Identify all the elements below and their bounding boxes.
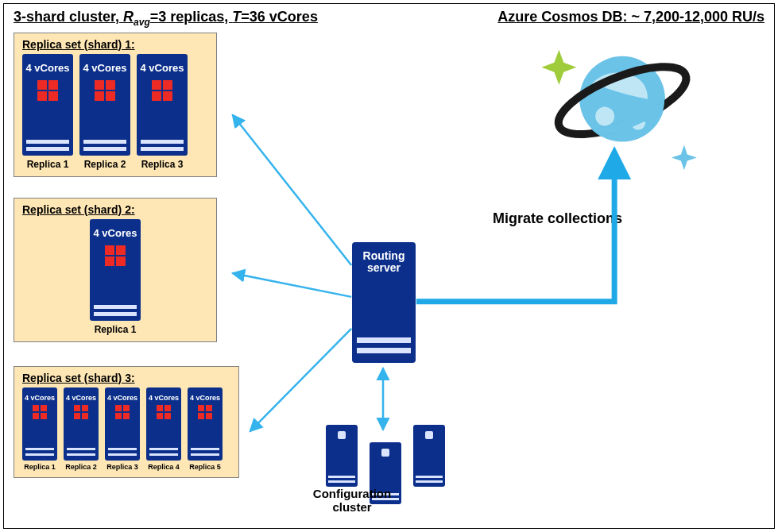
chip-grid-icon <box>33 405 47 419</box>
svg-point-1 <box>595 107 614 126</box>
svg-point-0 <box>579 56 665 142</box>
title-left-suffix: =36 vCores <box>241 9 318 25</box>
vcore-text: 4 vCores <box>149 394 179 402</box>
server-icon: 4 vCores <box>188 387 223 461</box>
server-icon: 4 vCores <box>90 219 141 321</box>
chip-grid-icon <box>150 79 174 102</box>
routing-server: Routing server <box>352 242 416 363</box>
chip-grid-icon <box>157 405 171 419</box>
shard-1-replicas: 4 vCoresReplica 14 vCoresReplica 24 vCor… <box>22 54 208 170</box>
title-left-ravg-sub: avg <box>134 17 150 28</box>
server-bars <box>26 140 69 151</box>
title-left-prefix: 3-shard cluster, <box>14 9 123 25</box>
shard-2-replicas: 4 vCoresReplica 1 <box>22 219 208 335</box>
server-bars <box>67 448 96 456</box>
title-right: Azure Cosmos DB: ~ 7,200-12,000 RU/s <box>497 9 764 25</box>
server-bars <box>149 448 179 456</box>
svg-point-2 <box>631 116 645 130</box>
arrow-routing-to-shard2 <box>233 273 352 297</box>
replica-label: Replica 4 <box>148 463 180 471</box>
config-cluster-label: Configuration cluster <box>304 487 400 514</box>
server-icon: 4 vCores <box>137 54 188 156</box>
shard-1-title: Replica set (shard) 1: <box>22 38 208 51</box>
server-bars <box>94 305 137 316</box>
chip-grid-icon <box>36 79 60 102</box>
replica-label: Replica 1 <box>95 324 137 335</box>
server-bars <box>108 448 137 456</box>
config-server-3 <box>413 425 445 487</box>
server-icon: 4 vCores <box>79 54 130 156</box>
replica-label: Replica 3 <box>106 463 138 471</box>
server-icon: 4 vCores <box>22 387 57 461</box>
arrow-routing-to-shard3 <box>250 329 352 432</box>
replica-label: Replica 2 <box>65 463 97 471</box>
server-icon: 4 vCores <box>22 54 73 156</box>
replica: 4 vCoresReplica 4 <box>146 387 181 471</box>
shard-2-title: Replica set (shard) 2: <box>22 203 208 216</box>
server-icon: 4 vCores <box>146 387 181 461</box>
arrow-routing-to-shard1 <box>233 115 352 265</box>
chip-grid-icon <box>115 405 130 419</box>
replica-label: Replica 1 <box>24 463 56 471</box>
replica: 4 vCoresReplica 1 <box>22 54 73 170</box>
shard-3: Replica set (shard) 3: 4 vCoresReplica 1… <box>14 366 239 478</box>
routing-server-label: Routing server <box>352 250 416 275</box>
shard-3-replicas: 4 vCoresReplica 14 vCoresReplica 24 vCor… <box>22 387 230 471</box>
title-left: 3-shard cluster, Ravg=3 replicas, T=36 v… <box>14 9 318 28</box>
replica-label: Replica 1 <box>27 159 69 170</box>
vcore-text: 4 vCores <box>190 394 220 402</box>
chip-grid-icon <box>198 405 212 419</box>
vcore-text: 4 vCores <box>66 394 96 402</box>
server-bars <box>25 448 55 456</box>
config-server-1 <box>326 425 358 487</box>
svg-point-3 <box>550 53 694 148</box>
replica: 4 vCoresReplica 2 <box>79 54 130 170</box>
replica: 4 vCoresReplica 1 <box>22 387 57 471</box>
svg-point-5 <box>550 53 694 148</box>
vcore-text: 4 vCores <box>83 62 127 74</box>
migrate-label: Migrate collections <box>493 210 622 227</box>
arrow-migrate <box>416 152 614 301</box>
server-icon: 4 vCores <box>64 387 99 461</box>
title-left-ravg: R <box>123 9 134 25</box>
shard-3-title: Replica set (shard) 3: <box>22 372 230 384</box>
chip-grid-icon <box>74 405 88 419</box>
server-bars <box>141 140 184 151</box>
vcore-text: 4 vCores <box>94 227 137 239</box>
replica-label: Replica 5 <box>189 463 221 471</box>
replica: 4 vCoresReplica 1 <box>90 219 141 335</box>
cosmos-db-icon <box>541 50 696 171</box>
server-bars <box>191 448 220 456</box>
title-left-mid: =3 replicas, <box>150 9 233 25</box>
vcore-text: 4 vCores <box>141 62 184 74</box>
vcore-text: 4 vCores <box>107 394 137 402</box>
diagram-canvas: 3-shard cluster, Ravg=3 replicas, T=36 v… <box>3 3 775 529</box>
title-left-t: T <box>232 9 241 25</box>
server-icon: 4 vCores <box>105 387 140 461</box>
replica: 4 vCoresReplica 3 <box>137 54 188 170</box>
shard-1: Replica set (shard) 1: 4 vCoresReplica 1… <box>14 33 217 177</box>
shard-2: Replica set (shard) 2: 4 vCoresReplica 1 <box>14 198 217 342</box>
chip-grid-icon <box>93 79 117 102</box>
replica: 4 vCoresReplica 5 <box>188 387 223 471</box>
replica: 4 vCoresReplica 2 <box>64 387 99 471</box>
replica: 4 vCoresReplica 3 <box>105 387 140 471</box>
vcore-text: 4 vCores <box>26 62 70 74</box>
routing-server-bars <box>357 337 410 353</box>
vcore-text: 4 vCores <box>25 394 55 402</box>
chip-grid-icon <box>103 244 127 268</box>
replica-label: Replica 3 <box>141 159 184 170</box>
server-bars <box>83 140 126 151</box>
replica-label: Replica 2 <box>84 159 126 170</box>
